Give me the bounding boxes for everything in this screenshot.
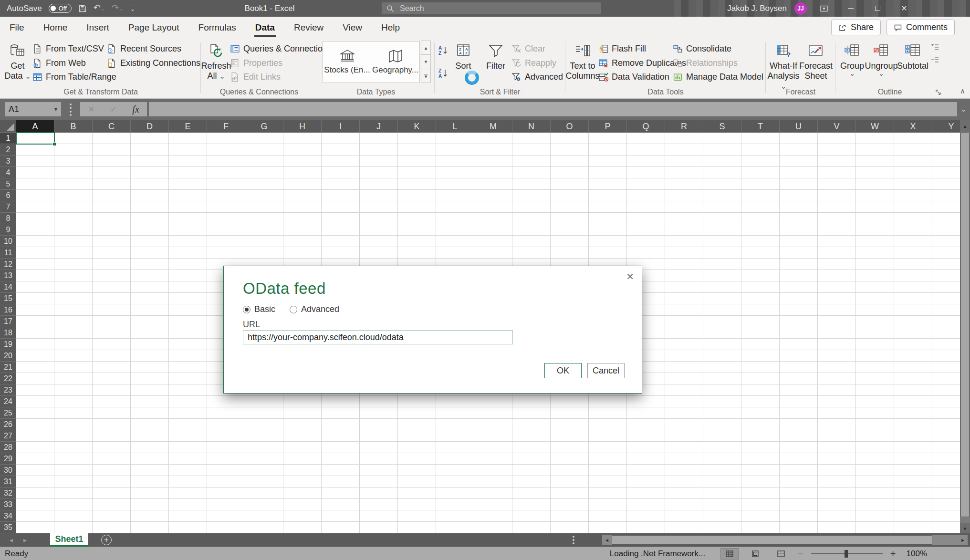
redo-icon[interactable]: ↷⌄ [112,0,123,17]
tab-home[interactable]: Home [42,17,69,39]
row-header-7[interactable]: 7 [0,201,16,213]
autosave-toggle[interactable]: Off [49,4,72,13]
ungroup-button[interactable]: Ungroup ⌄ [866,41,896,76]
zoom-slider[interactable] [811,548,883,560]
column-header-N[interactable]: N [512,120,551,133]
from-table-range-button[interactable]: From Table/Range [32,70,116,84]
row-header-24[interactable]: 24 [0,396,16,407]
column-header-B[interactable]: B [54,120,93,133]
close-button[interactable]: ✕ [895,0,914,17]
row-header-27[interactable]: 27 [0,430,16,442]
column-header-X[interactable]: X [894,120,932,133]
sort-za-button[interactable]: ZA [437,66,448,81]
page-break-view-button[interactable] [772,548,790,560]
advanced-filter-button[interactable]: Advanced [511,70,563,84]
zoom-slider-handle[interactable] [845,550,848,558]
tab-view[interactable]: View [342,17,363,39]
column-header-T[interactable]: T [741,120,780,133]
scroll-left-icon[interactable]: ◂ [602,537,612,543]
formula-input[interactable] [149,102,957,116]
sheet-prev-icon[interactable]: ◂ [10,536,13,544]
minimize-button[interactable] [841,0,860,17]
share-button[interactable]: Share [831,20,881,35]
sheet-tab-sheet1[interactable]: Sheet1 [50,533,88,547]
row-header-18[interactable]: 18 [0,327,16,339]
zoom-level[interactable]: 100% [907,549,927,559]
tab-formulas[interactable]: Formulas [198,17,237,39]
column-header-P[interactable]: P [589,120,627,133]
scroll-down-icon[interactable]: ▾ [960,523,970,534]
tab-scrollbar-splitter[interactable] [573,536,575,544]
user-name[interactable]: Jakob J. Boysen [727,4,787,13]
column-header-I[interactable]: I [322,120,360,133]
row-header-34[interactable]: 34 [0,510,16,522]
row-header-11[interactable]: 11 [0,247,16,259]
column-header-G[interactable]: G [245,120,283,133]
undo-icon[interactable]: ↶⌄ [94,0,105,17]
row-header-13[interactable]: 13 [0,270,16,281]
customize-quick-access-icon[interactable]: ⌄ [130,6,135,11]
tab-review[interactable]: Review [293,17,324,39]
normal-view-button[interactable] [720,548,739,560]
row-header-14[interactable]: 14 [0,281,16,293]
geography-data-type[interactable]: Geography... [371,41,419,83]
url-input[interactable] [243,330,513,344]
what-if-analysis-button[interactable]: ? What-If Analysis ⌄ [768,41,799,91]
sheet-next-icon[interactable]: ▸ [23,536,27,544]
name-box[interactable]: A1 ▾ [5,102,61,116]
comments-button[interactable]: Comments [887,20,955,35]
row-header-16[interactable]: 16 [0,304,16,316]
row-header-32[interactable]: 32 [0,487,16,499]
vertical-scrollbar[interactable]: ▴ ▾ [960,120,970,534]
fill-handle[interactable] [52,142,56,146]
from-web-button[interactable]: From Web [32,56,116,71]
dialog-close-icon[interactable]: ✕ [626,271,634,282]
group-button[interactable]: Group ⌄ [839,41,866,76]
column-header-F[interactable]: F [207,120,245,133]
row-header-25[interactable]: 25 [0,407,16,419]
existing-connections-button[interactable]: Existing Connections [107,56,200,71]
search-input[interactable] [399,4,596,13]
insert-function-icon[interactable]: fx [132,104,139,115]
gallery-more-icon[interactable]: ▾ [421,69,431,83]
column-header-A[interactable]: A [16,120,54,133]
tab-page-layout[interactable]: Page Layout [127,17,180,39]
row-header-5[interactable]: 5 [0,178,16,190]
tab-help[interactable]: Help [380,17,401,39]
column-header-M[interactable]: M [474,120,512,133]
ok-button[interactable]: OK [544,363,582,378]
column-header-K[interactable]: K [398,120,436,133]
maximize-button[interactable] [868,0,887,17]
text-to-columns-button[interactable]: Text to Columns [568,41,597,81]
row-header-35[interactable]: 35 [0,522,16,533]
select-all-corner[interactable] [0,120,16,133]
column-header-R[interactable]: R [665,120,703,133]
column-header-U[interactable]: U [780,120,818,133]
row-header-20[interactable]: 20 [0,350,16,362]
refresh-all-button[interactable]: Refresh All ⌄ [202,41,230,81]
cancel-button[interactable]: Cancel [587,363,625,378]
row-header-21[interactable]: 21 [0,362,16,373]
row-header-31[interactable]: 31 [0,476,16,487]
from-text-csv-button[interactable]: From Text/CSV [32,42,116,56]
row-header-17[interactable]: 17 [0,316,16,327]
scroll-right-icon[interactable]: ▸ [958,537,968,543]
hide-detail-icon[interactable] [930,56,939,63]
row-header-15[interactable]: 15 [0,293,16,304]
tab-data[interactable]: Data [254,17,276,39]
horizontal-scrollbar[interactable]: ◂ ▸ [602,535,968,545]
outline-dialog-launcher-icon[interactable] [935,89,942,96]
expand-formula-bar-icon[interactable]: ⌄ [960,105,966,113]
radio-advanced[interactable]: Advanced [290,304,339,314]
column-header-Q[interactable]: Q [627,120,665,133]
column-header-J[interactable]: J [360,120,398,133]
tab-file[interactable]: File [9,17,25,39]
ribbon-display-options-icon[interactable] [814,0,834,17]
name-box-dropdown-icon[interactable]: ▾ [54,106,57,113]
collapse-ribbon-icon[interactable]: ∧ [960,87,965,95]
recent-sources-button[interactable]: Recent Sources [107,42,200,56]
manage-data-model-button[interactable]: Manage Data Model [673,70,763,84]
gallery-down-icon[interactable]: ▾ [421,54,431,69]
gallery-up-icon[interactable]: ▴ [421,41,431,55]
show-detail-icon[interactable] [930,43,939,51]
